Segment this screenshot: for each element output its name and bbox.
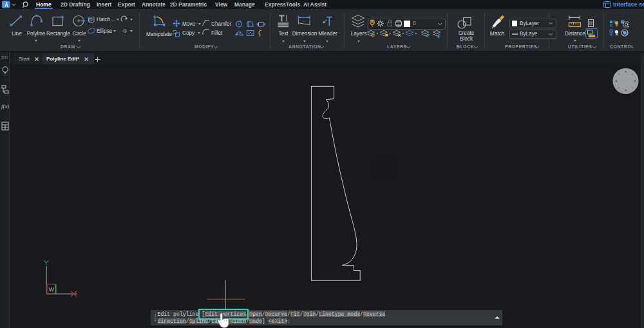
svg-text:W: W xyxy=(49,286,55,293)
